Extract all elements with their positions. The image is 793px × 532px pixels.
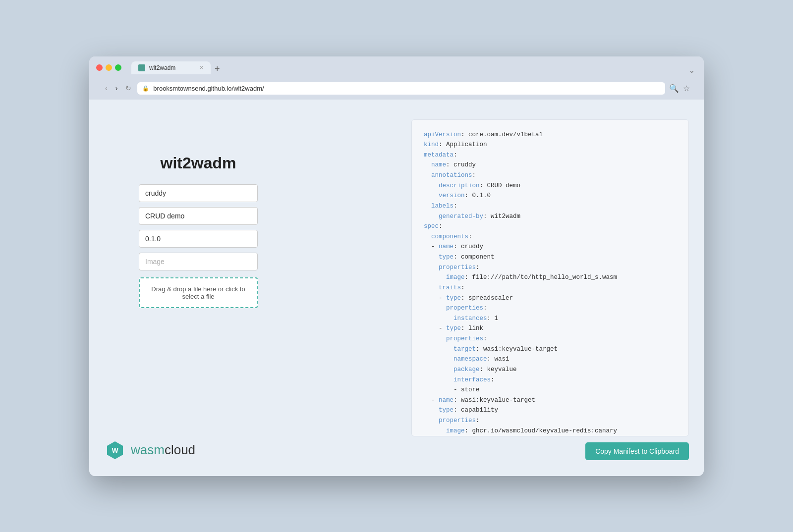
version-input[interactable] (139, 230, 258, 248)
code-line: instances: 1 (424, 314, 677, 324)
tab-close-button[interactable]: ✕ (199, 64, 204, 71)
code-line: labels: (424, 201, 677, 212)
code-line: type: capability (424, 405, 677, 416)
wasmcloud-logo-text: wasmcloud (131, 442, 195, 458)
reload-button[interactable]: ↻ (123, 83, 133, 93)
code-line: name: cruddy (424, 160, 677, 170)
maximize-button[interactable] (115, 64, 121, 71)
address-bar[interactable]: 🔒 brooksmtownsend.github.io/wit2wadm/ (137, 82, 665, 95)
code-line: properties: (424, 416, 677, 426)
wasmcloud-logo-icon: W (104, 439, 126, 461)
tab-chevron-icon: ⌄ (689, 66, 697, 74)
code-line: namespace: wasi (424, 354, 677, 365)
browser-toolbar: ‹ › ↻ 🔒 brooksmtownsend.github.io/wit2wa… (96, 78, 697, 100)
tab-title: wit2wadm (149, 64, 175, 71)
code-line: image: file:///path/to/http_hello_world_… (424, 272, 677, 283)
new-tab-button[interactable]: + (211, 64, 224, 74)
code-line: kind: Application (424, 140, 677, 150)
code-section: apiVersion: core.oam.dev/v1beta1 kind: A… (292, 114, 689, 461)
code-line: annotations: (424, 170, 677, 181)
page-content: wit2wadm Drag & drop a file here or clic… (89, 100, 704, 476)
bookmark-icon[interactable]: ☆ (683, 84, 690, 93)
code-line: - name: wasi:keyvalue-target (424, 395, 677, 406)
code-line: apiVersion: core.oam.dev/v1beta1 (424, 130, 677, 140)
logo-wasm: wasm (131, 442, 165, 457)
code-line: type: component (424, 252, 677, 263)
code-line: - store (424, 385, 677, 395)
description-input[interactable] (139, 207, 258, 225)
url-text: brooksmtownsend.github.io/wit2wadm/ (153, 85, 264, 92)
forward-button[interactable]: › (113, 83, 120, 93)
page-title: wit2wadm (161, 154, 236, 172)
code-line: properties: (424, 334, 677, 344)
code-line: target: wasi:keyvalue-target (424, 344, 677, 355)
form-section: wit2wadm Drag & drop a file here or clic… (104, 114, 292, 461)
browser-tab[interactable]: wit2wadm ✕ (131, 61, 211, 74)
image-input[interactable] (139, 253, 258, 270)
code-line: - type: link (424, 323, 677, 334)
code-line: description: CRUD demo (424, 181, 677, 191)
code-line: properties: (424, 263, 677, 273)
lock-icon: 🔒 (142, 85, 149, 92)
code-line: image: ghcr.io/wasmcloud/keyvalue-redis:… (424, 426, 677, 436)
copy-manifest-button[interactable]: Copy Manifest to Clipboard (585, 442, 689, 460)
code-line: spec: (424, 221, 677, 232)
logo-section: W wasmcloud (104, 439, 195, 461)
code-line: generated-by: wit2wadm (424, 212, 677, 222)
logo-cloud: cloud (165, 442, 195, 457)
browser-window: wit2wadm ✕ + ⌄ ‹ › ↻ 🔒 brooksmtownsend.g… (89, 56, 704, 476)
code-line: package: keyvalue (424, 365, 677, 375)
search-icon[interactable]: 🔍 (669, 84, 679, 93)
browser-titlebar: wit2wadm ✕ + ⌄ ‹ › ↻ 🔒 brooksmtownsend.g… (89, 56, 704, 100)
code-line: - name: cruddy (424, 242, 677, 252)
code-line: traits: (424, 283, 677, 293)
file-dropzone[interactable]: Drag & drop a file here or click to sele… (139, 277, 258, 308)
code-line: interfaces: (424, 375, 677, 385)
code-panel: apiVersion: core.oam.dev/v1beta1 kind: A… (411, 119, 689, 436)
title-bar-top: wit2wadm ✕ + ⌄ (96, 61, 697, 74)
tab-bar: wit2wadm ✕ + ⌄ (131, 61, 697, 74)
svg-text:W: W (112, 446, 118, 454)
tab-favicon (138, 64, 145, 71)
code-line: components: (424, 232, 677, 242)
back-button[interactable]: ‹ (103, 83, 110, 93)
toolbar-right: 🔍 ☆ (669, 84, 690, 93)
dropzone-label: Drag & drop a file here or click to sele… (151, 285, 245, 300)
copy-btn-row: Copy Manifest to Clipboard (411, 442, 689, 460)
name-input[interactable] (139, 184, 258, 202)
code-line: - type: spreadscaler (424, 293, 677, 304)
minimize-button[interactable] (106, 64, 112, 71)
traffic-lights (96, 64, 121, 71)
code-line: version: 0.1.0 (424, 191, 677, 201)
code-line: metadata: (424, 150, 677, 160)
code-line: properties: (424, 303, 677, 314)
close-button[interactable] (96, 64, 103, 71)
